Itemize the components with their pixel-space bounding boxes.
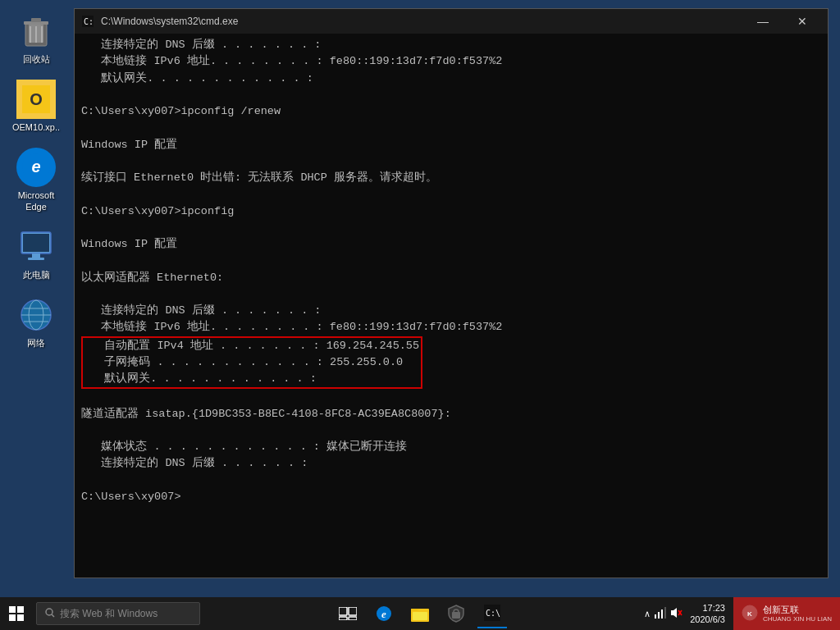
svg-rect-44 (664, 607, 666, 619)
svg-rect-41 (655, 614, 656, 619)
svg-marker-45 (671, 608, 677, 618)
svg-text:K: K (747, 610, 752, 618)
svg-point-26 (46, 609, 52, 615)
cmd-section2: Windows IP 配置 (81, 139, 177, 151)
oem-label: OEM10.xp.. (12, 122, 60, 133)
start-button[interactable] (0, 597, 33, 630)
taskbar-security-button[interactable] (441, 599, 471, 628)
svg-rect-12 (23, 234, 49, 252)
watermark-logo: K (742, 605, 758, 623)
svg-rect-28 (339, 607, 347, 615)
cmd-highlighted-box: 自动配置 IPv4 地址 . . . . . . . : 169.254.245… (81, 336, 422, 390)
svg-rect-13 (32, 253, 40, 258)
taskbar-search-box[interactable]: 搜索 Web 和 Windows (36, 602, 200, 625)
svg-rect-24 (9, 614, 16, 621)
taskbar-search-text: 搜索 Web 和 Windows (60, 607, 158, 621)
minimize-button[interactable]: — (744, 9, 782, 34)
svg-rect-2 (31, 18, 41, 22)
cmd-section5: 以太网适配器 Ethernet0: (81, 272, 223, 284)
taskbar: 搜索 Web 和 Windows e (0, 597, 840, 630)
svg-rect-6 (29, 25, 43, 43)
watermark-text: 创新互联 CHUANG XIN HU LIAN (763, 604, 832, 624)
taskbar-cmd-button[interactable]: C:\ (477, 599, 507, 628)
cmd-window-controls: — ✕ (744, 9, 821, 34)
tray-clock[interactable]: 17:23 2020/6/3 (687, 602, 728, 626)
cmd-section7: 隧道适配器 isatap.{1D9BC353-B8EC-4108-8FC8-AC… (81, 408, 451, 420)
taskbar-search-icon (45, 608, 55, 620)
thispc-label: 此电脑 (23, 270, 50, 281)
svg-rect-42 (658, 612, 660, 619)
taskview-button[interactable] (333, 599, 363, 628)
svg-line-27 (52, 614, 54, 617)
svg-rect-29 (349, 607, 357, 615)
svg-rect-25 (17, 614, 24, 621)
recycle-bin-label: 回收站 (23, 54, 50, 65)
desktop: 回收站 O OEM10.xp.. e (0, 0, 840, 630)
svg-text:e: e (381, 608, 386, 620)
cmd-section8: 媒体状态 . . . . . . . . . . . . : 媒体已断开连接 连… (81, 441, 407, 469)
network-icon[interactable]: 网络 (3, 292, 69, 352)
cmd-cmd1: C:\Users\xy007>ipconfig /renew (81, 105, 281, 117)
svg-rect-23 (17, 606, 24, 613)
svg-rect-43 (661, 609, 663, 619)
taskbar-middle: e (200, 599, 639, 628)
watermark: K 创新互联 CHUANG XIN HU LIAN (733, 597, 840, 630)
cmd-section4: Windows IP 配置 (81, 238, 177, 250)
cmd-content[interactable]: 连接特定的 DNS 后缀 . . . . . . . : 本地链接 IPv6 地… (75, 34, 828, 578)
svg-rect-22 (9, 606, 16, 613)
tray-network-icon[interactable] (654, 606, 667, 622)
desktop-icon-area: 回收站 O OEM10.xp.. e (0, 0, 72, 597)
oem-icon[interactable]: O OEM10.xp.. (3, 76, 69, 136)
cmd-title-icon: C:\ (81, 15, 94, 28)
cmd-highlighted-text: 自动配置 IPv4 地址 . . . . . . . : 169.254.245… (84, 340, 419, 386)
cmd-section3: 续订接口 Ethernet0 时出错: 无法联系 DHCP 服务器。请求超时。 (81, 171, 437, 184)
tray-speaker-icon[interactable] (670, 606, 683, 622)
cmd-titlebar: C:\ C:\Windows\system32\cmd.exe — ✕ (75, 9, 828, 34)
cmd-section1: 连接特定的 DNS 后缀 . . . . . . . : 本地链接 IPv6 地… (81, 39, 502, 84)
network-label: 网络 (27, 338, 45, 349)
taskbar-explorer-button[interactable] (405, 599, 435, 628)
svg-rect-36 (413, 612, 427, 620)
cmd-title-text: C:\Windows\system32\cmd.exe (101, 16, 737, 27)
svg-rect-30 (339, 617, 347, 620)
recycle-bin-icon[interactable]: 回收站 (3, 8, 69, 68)
svg-rect-31 (349, 617, 357, 620)
svg-text:e: e (31, 158, 40, 176)
cmd-cmd2: C:\Users\xy007>ipconfig (81, 205, 234, 217)
cmd-window: C:\ C:\Windows\system32\cmd.exe — ✕ 连接特定… (74, 8, 829, 578)
thispc-icon[interactable]: 此电脑 (3, 224, 69, 284)
cmd-prompt: C:\Users\xy007> (81, 491, 181, 503)
svg-text:C:\: C:\ (84, 17, 94, 26)
edge-label: Microsoft Edge (7, 190, 66, 212)
taskbar-edge-button[interactable]: e (369, 599, 399, 628)
cmd-section6-pre: 连接特定的 DNS 后缀 . . . . . . . : 本地链接 IPv6 地… (81, 304, 502, 333)
close-button[interactable]: ✕ (783, 9, 821, 34)
tray-expand-button[interactable]: ∧ (644, 609, 651, 619)
system-tray: ∧ 17:23 2020/6/ (639, 597, 733, 630)
svg-rect-14 (28, 258, 44, 260)
svg-text:O: O (30, 90, 43, 108)
edge-icon[interactable]: e Microsoft Edge (3, 144, 69, 215)
svg-text:C:\: C:\ (486, 609, 500, 618)
